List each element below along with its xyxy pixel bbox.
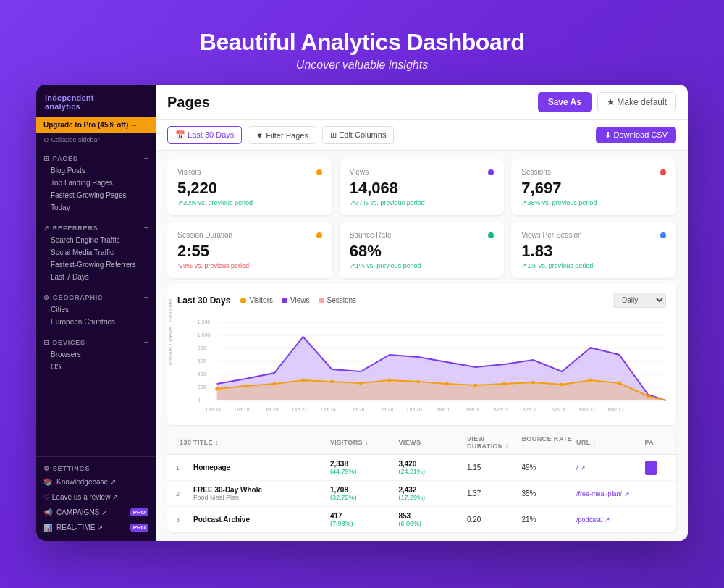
devices-add-icon[interactable]: + <box>144 339 148 346</box>
svg-text:Nov 9: Nov 9 <box>552 407 565 412</box>
svg-text:Nov 5: Nov 5 <box>494 407 508 412</box>
col-duration[interactable]: View Duration ↕ <box>467 435 522 450</box>
metric-card-3: Session Duration 2:55 ↘9% vs. previous p… <box>167 222 332 278</box>
col-views[interactable]: Views <box>398 439 466 446</box>
sidebar-item-search-engine[interactable]: Search Engine Traffic <box>36 234 156 246</box>
hero-section: Beautiful Analytics Dashboard Uncover va… <box>200 14 524 85</box>
devices-section-header: ⊟ DEVICES + <box>36 337 156 348</box>
metric-label: Views <box>350 168 494 176</box>
sidebar-item-top-landing[interactable]: Top Landing Pages <box>36 177 156 189</box>
metric-card-1: Views 14,068 ↗37% vs. previous period <box>340 159 505 215</box>
metric-dot <box>488 232 494 238</box>
settings-icon-label: ⚙ SETTINGS <box>43 465 90 472</box>
col-bounce[interactable]: Bounce Rate ↕ <box>521 435 576 450</box>
metric-card-5: Views Per Session 1.83 ↗1% vs. previous … <box>511 222 676 278</box>
visitor-dot <box>273 382 277 386</box>
sessions-legend-dot <box>319 298 324 303</box>
sidebar-item-cities[interactable]: Cities <box>36 303 156 316</box>
realtime-item[interactable]: 📊 REAL-TIME ↗ PRO <box>36 520 156 535</box>
row-bounce: 21% <box>521 516 576 524</box>
sidebar-item-browsers[interactable]: Browsers <box>36 348 156 361</box>
logo-independent: independent <box>45 93 94 102</box>
save-as-button[interactable]: Save As <box>538 92 592 112</box>
col-url[interactable]: URL ↕ <box>576 439 644 446</box>
row-pa <box>645 461 668 475</box>
visitors-legend-label: Visitors <box>249 296 273 304</box>
geographic-section-header: ⊕ GEOGRAPHIC + <box>36 292 156 303</box>
metric-value: 2:55 <box>177 242 322 261</box>
sidebar-item-today[interactable]: Today <box>36 201 156 214</box>
row-url[interactable]: /podcast/ ↗ <box>576 516 644 524</box>
top-bar: Pages Save As ★ Make default <box>156 85 688 120</box>
visitor-dot <box>589 379 592 382</box>
sidebar-item-blog-posts[interactable]: Blog Posts <box>36 164 156 177</box>
referrers-icon: ↗ <box>43 224 50 232</box>
metric-label: Visitors <box>177 168 322 176</box>
download-csv-button[interactable]: ⬇ Download CSV <box>596 127 676 143</box>
metric-label-text: Views Per Session <box>521 231 581 239</box>
review-item[interactable]: ♡ Leave us a review ↗ <box>36 490 156 505</box>
metric-value: 68% <box>350 242 494 261</box>
settings-icon: ⚙ <box>43 465 50 472</box>
upgrade-banner[interactable]: Upgrade to Pro (45% off) → <box>36 117 156 133</box>
svg-text:Oct 18: Oct 18 <box>235 407 250 412</box>
sidebar-item-os[interactable]: OS <box>36 361 156 373</box>
dashboard-inner: independent analytics Upgrade to Pro (45… <box>36 85 688 541</box>
sidebar-item-fastest-referrers[interactable]: Fastest-Growing Referrers <box>36 259 156 271</box>
svg-text:600: 600 <box>198 358 206 364</box>
knowledgebase-item[interactable]: 📚 Knowledgebase ↗ <box>36 474 156 490</box>
campaigns-item[interactable]: 📢 CAMPAIGNS ↗ PRO <box>36 505 156 520</box>
svg-text:200: 200 <box>198 385 206 390</box>
geographic-add-icon[interactable]: + <box>144 294 148 301</box>
row-url[interactable]: / ↗ <box>576 464 644 471</box>
chart-section: Last 30 Days Visitors Views <box>167 284 676 425</box>
metric-dot <box>316 232 322 238</box>
svg-text:Oct 16: Oct 16 <box>206 407 221 412</box>
row-views: 853 (6.06%) <box>398 512 466 527</box>
visitor-dot <box>445 382 449 386</box>
main-content: Pages Save As ★ Make default 📅 Last 30 D… <box>156 85 688 541</box>
metrics-grid: Visitors 5,220 ↗32% vs. previous period … <box>156 151 688 284</box>
realtime-icon: 📊 <box>43 524 52 532</box>
col-title[interactable]: Title ↕ <box>193 439 330 446</box>
settings-header: ⚙ SETTINGS <box>36 463 156 474</box>
visitor-dot <box>502 382 506 386</box>
sidebar-item-last-7[interactable]: Last 7 Days <box>36 271 156 283</box>
metric-label: Sessions <box>521 168 666 176</box>
metric-dot <box>660 169 666 175</box>
metric-label-text: Views <box>350 168 369 176</box>
row-url[interactable]: /free-meal-plan/ ↗ <box>576 490 644 497</box>
col-visitors[interactable]: Visitors ↓ <box>330 439 398 446</box>
table-row: 1 Homepage 2,338 (44.79%) 3,420 (24.31%)… <box>167 455 676 481</box>
metric-change: ↘9% vs. previous period <box>177 262 322 269</box>
metric-value: 14,068 <box>350 179 494 198</box>
sidebar-item-european[interactable]: European Countries <box>36 316 156 328</box>
sidebar-item-social-media[interactable]: Social Media Traffic <box>36 246 156 259</box>
chart-period-select[interactable]: Daily Weekly Monthly <box>613 293 666 308</box>
make-default-button[interactable]: ★ Make default <box>597 92 676 112</box>
knowledgebase-icon: 📚 <box>43 478 52 486</box>
visitors-legend-dot <box>240 298 246 303</box>
table-row: 2 FREE 30-Day Whole Food Meal Plan 1,708… <box>167 481 676 507</box>
collapse-sidebar[interactable]: ⊙ Collapse sidebar <box>36 133 156 147</box>
visitor-dot <box>215 387 219 391</box>
sidebar-item-fastest-growing[interactable]: Fastest-Growing Pages <box>36 189 156 201</box>
svg-text:Nov 7: Nov 7 <box>523 407 536 412</box>
filter-pages-button[interactable]: ▼ Filter Pages <box>248 126 316 144</box>
metric-label-text: Session Duration <box>177 231 232 239</box>
row-visitors: 417 (7.98%) <box>330 512 398 527</box>
chart-header: Last 30 Days Visitors Views <box>177 293 666 308</box>
metric-change: ↗1% vs. previous period <box>350 262 494 269</box>
visitor-dot <box>416 380 420 384</box>
date-filter-button[interactable]: 📅 Last 30 Days <box>167 126 242 144</box>
svg-text:1,200: 1,200 <box>198 319 210 324</box>
pages-add-icon[interactable]: + <box>144 155 148 162</box>
referrers-section-header: ↗ REFERRERS + <box>36 222 156 234</box>
referrers-add-icon[interactable]: + <box>144 224 148 232</box>
visitor-dot <box>244 385 248 388</box>
analytics-chart: 1,200 1,000 800 600 400 200 0 <box>177 315 666 416</box>
svg-text:1,000: 1,000 <box>198 332 210 337</box>
chart-legend: Visitors Views Sessions <box>240 296 356 304</box>
svg-text:Nov 3: Nov 3 <box>466 407 479 412</box>
edit-columns-button[interactable]: ⊞ Edit Columns <box>322 126 394 144</box>
